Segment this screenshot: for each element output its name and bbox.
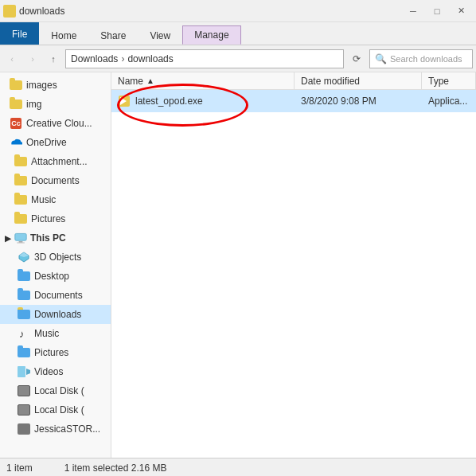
address-chevron: ›: [121, 53, 124, 64]
svg-rect-6: [18, 366, 25, 377]
ribbon: File Home Share View Manage: [0, 22, 476, 45]
window-title: downloads: [19, 6, 64, 17]
sidebar-item-local-disk-2[interactable]: Local Disk (: [0, 400, 111, 419]
svg-rect-1: [19, 241, 23, 243]
col-header-type[interactable]: Type: [422, 72, 476, 89]
disk-icon: [18, 384, 30, 397]
svg-rect-2: [17, 243, 25, 244]
tab-share[interactable]: Share: [88, 25, 138, 45]
status-bar: 1 item 1 item selected 2.16 MB: [0, 458, 476, 476]
folder-icon: [10, 98, 22, 111]
folder-icon: [14, 174, 27, 187]
title-bar-left: downloads: [3, 5, 64, 18]
sidebar-item-music[interactable]: Music: [0, 190, 111, 209]
folder-blue-icon2: [18, 346, 30, 359]
folder-icon: [10, 79, 22, 92]
sidebar-item-documents[interactable]: Documents: [0, 171, 111, 190]
creative-cloud-icon: Cc: [10, 117, 22, 130]
sidebar-item-3d-objects[interactable]: 3D Objects: [0, 248, 111, 267]
sidebar-item-creative-cloud[interactable]: Cc Creative Clou...: [0, 114, 111, 133]
sidebar-item-img[interactable]: img: [0, 95, 111, 114]
sidebar-item-desktop[interactable]: Desktop: [0, 267, 111, 286]
folder-icon: [14, 155, 27, 168]
window-icon: [3, 5, 16, 18]
col-header-date[interactable]: Date modified: [295, 72, 422, 89]
file-list-area: Name ▲ Date modified Type latest_o: [111, 72, 476, 458]
folder-icon: [14, 193, 27, 206]
up-button[interactable]: ↑: [45, 50, 62, 68]
sidebar-item-documents2[interactable]: Documents: [0, 286, 111, 305]
refresh-button[interactable]: ⟳: [348, 50, 365, 68]
search-placeholder: Search downloads: [390, 54, 462, 64]
folder-icon: [14, 213, 27, 225]
svg-text:♪: ♪: [19, 328, 25, 340]
music-icon: ♪: [18, 327, 30, 340]
address-part1: Downloads: [71, 53, 118, 64]
folder-down-icon: [18, 308, 30, 321]
address-part2: downloads: [127, 53, 173, 64]
expand-icon: ▶: [5, 234, 11, 243]
sidebar-item-pictures[interactable]: Pictures: [0, 209, 111, 228]
sidebar-item-music2[interactable]: ♪ Music: [0, 324, 111, 343]
sidebar-item-attachments[interactable]: Attachment...: [0, 152, 111, 171]
table-row[interactable]: latest_opod.exe 3/8/2020 9:08 PM Applica…: [111, 90, 476, 112]
tab-manage[interactable]: Manage: [182, 25, 240, 45]
sidebar-item-jessica-stor[interactable]: JessicaSTOR...: [0, 419, 111, 439]
file-name-cell: latest_opod.exe: [111, 90, 295, 112]
usb-drive-icon: [18, 423, 30, 435]
svg-marker-7: [26, 369, 30, 375]
exe-file-icon: [118, 95, 131, 107]
sidebar-section-this-pc[interactable]: ▶ This PC: [0, 228, 111, 248]
col-header-name[interactable]: Name ▲: [111, 72, 295, 89]
file-type-cell: Applica...: [422, 90, 476, 112]
tab-file[interactable]: File: [0, 22, 39, 45]
back-button[interactable]: ‹: [3, 50, 21, 68]
file-list-body: latest_opod.exe 3/8/2020 9:08 PM Applica…: [111, 90, 476, 458]
file-list-header: Name ▲ Date modified Type: [111, 72, 476, 90]
tab-view[interactable]: View: [138, 25, 182, 45]
item-count: 1 item: [6, 462, 33, 474]
title-bar-controls: ─ □ ✕: [401, 3, 473, 19]
address-box[interactable]: Downloads › downloads: [65, 49, 344, 68]
ribbon-tabs: File Home Share View Manage: [0, 22, 476, 45]
search-icon: 🔍: [375, 53, 387, 64]
forward-button[interactable]: ›: [24, 50, 41, 68]
svg-rect-0: [15, 233, 26, 240]
sidebar-item-onedrive[interactable]: OneDrive: [0, 133, 111, 152]
sidebar-item-videos[interactable]: Videos: [0, 362, 111, 381]
folder-blue-icon: [18, 289, 30, 302]
close-button[interactable]: ✕: [449, 3, 473, 19]
title-bar: downloads ─ □ ✕: [0, 0, 476, 22]
sidebar: images img Cc Creative Clou... OneDrive: [0, 72, 111, 458]
sidebar-item-images[interactable]: images: [0, 76, 111, 95]
minimize-button[interactable]: ─: [401, 3, 425, 19]
3d-icon: [18, 251, 30, 263]
maximize-button[interactable]: □: [425, 3, 449, 19]
videos-icon: [18, 365, 30, 378]
sidebar-item-pictures2[interactable]: Pictures: [0, 343, 111, 362]
computer-icon: [14, 232, 27, 244]
selected-info: 1 item selected 2.16 MB: [64, 462, 167, 474]
search-box[interactable]: 🔍 Search downloads: [369, 49, 473, 68]
address-bar: ‹ › ↑ Downloads › downloads ⟳ 🔍 Search d…: [0, 45, 476, 72]
disk-icon2: [18, 404, 30, 416]
file-date-cell: 3/8/2020 9:08 PM: [295, 90, 422, 112]
onedrive-icon: [10, 136, 22, 149]
tab-home[interactable]: Home: [39, 25, 88, 45]
sidebar-item-downloads[interactable]: Downloads: [0, 305, 111, 324]
folder-blue-icon: [18, 270, 30, 283]
main-area: images img Cc Creative Clou... OneDrive: [0, 72, 476, 458]
sidebar-item-local-disk-1[interactable]: Local Disk (: [0, 381, 111, 400]
